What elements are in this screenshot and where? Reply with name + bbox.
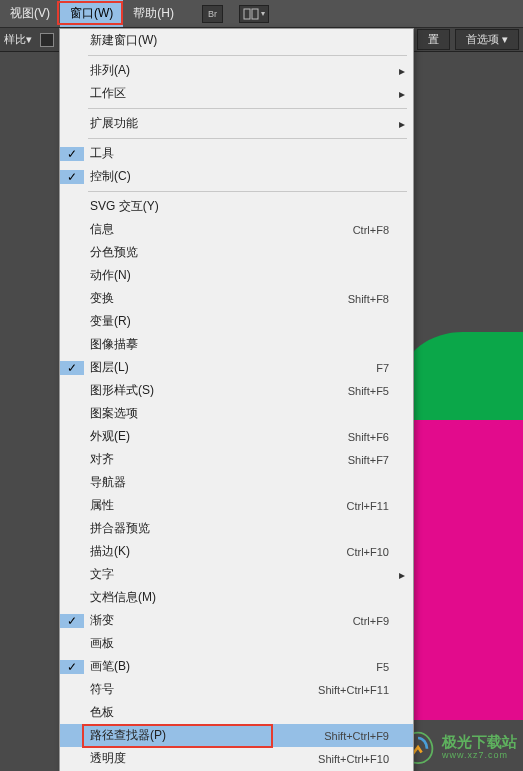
svg-rect-1 [252, 9, 258, 19]
menu-item-label: 渐变 [84, 612, 353, 629]
menu-item-label: 图形样式(S) [84, 382, 348, 399]
toolbar-btn-preferences[interactable]: 首选项 ▾ [455, 29, 519, 50]
menu-item[interactable]: 拼合器预览 [60, 517, 413, 540]
menu-item-shortcut: F5 [376, 661, 397, 673]
checkmark-icon: ✓ [60, 361, 84, 375]
menu-item-shortcut: Shift+Ctrl+F11 [318, 684, 397, 696]
menu-item[interactable]: 外观(E)Shift+F6 [60, 425, 413, 448]
svg-rect-0 [244, 9, 250, 19]
menu-item-label: 分色预览 [84, 244, 397, 261]
menu-item[interactable]: ✓画笔(B)F5 [60, 655, 413, 678]
menu-item[interactable]: 工作区▸ [60, 82, 413, 105]
menu-item-label: 工具 [84, 145, 397, 162]
menu-item[interactable]: 变换Shift+F8 [60, 287, 413, 310]
menu-item-label: 属性 [84, 497, 347, 514]
menu-item[interactable]: 变量(R) [60, 310, 413, 333]
checkmark-icon: ✓ [60, 170, 84, 184]
menu-item-label: 变换 [84, 290, 348, 307]
submenu-arrow-icon: ▸ [399, 87, 405, 101]
menu-item-label: 图案选项 [84, 405, 397, 422]
menu-item-label: 路径查找器(P) [84, 727, 324, 744]
menu-item-shortcut: Shift+Ctrl+F9 [324, 730, 397, 742]
watermark-title: 极光下载站 [442, 734, 517, 751]
menu-item[interactable]: 排列(A)▸ [60, 59, 413, 82]
menu-item-label: 控制(C) [84, 168, 397, 185]
toolbar-btn-1[interactable]: 置 [417, 29, 450, 50]
submenu-arrow-icon: ▸ [399, 64, 405, 78]
toolbar-left-label: 样比 ▾ [4, 32, 32, 47]
window-menu-dropdown: 新建窗口(W)排列(A)▸工作区▸扩展功能▸✓工具✓控制(C)SVG 交互(Y)… [59, 28, 414, 771]
menu-item-label: 扩展功能 [84, 115, 397, 132]
menu-item-shortcut: Ctrl+F9 [353, 615, 397, 627]
menu-item-shortcut: Shift+F6 [348, 431, 397, 443]
submenu-arrow-icon: ▸ [399, 568, 405, 582]
menu-item[interactable]: 文档信息(M) [60, 586, 413, 609]
menu-separator [88, 55, 407, 56]
menu-item[interactable]: 信息Ctrl+F8 [60, 218, 413, 241]
menu-item[interactable]: 图案选项 [60, 402, 413, 425]
menu-item[interactable]: ✓图层(L)F7 [60, 356, 413, 379]
menu-item-shortcut: Ctrl+F8 [353, 224, 397, 236]
menu-item-shortcut: F7 [376, 362, 397, 374]
menu-item[interactable]: 图像描摹 [60, 333, 413, 356]
menu-item-label: 描边(K) [84, 543, 347, 560]
menu-item[interactable]: 分色预览 [60, 241, 413, 264]
menu-separator [88, 108, 407, 109]
watermark-url: www.xz7.com [442, 750, 517, 760]
menu-item[interactable]: 色板 [60, 701, 413, 724]
menu-item[interactable]: SVG 交互(Y) [60, 195, 413, 218]
submenu-arrow-icon: ▸ [399, 117, 405, 131]
checkmark-icon: ✓ [60, 147, 84, 161]
menu-item-label: 符号 [84, 681, 318, 698]
menu-item-label: SVG 交互(Y) [84, 198, 397, 215]
menu-item[interactable]: 文字▸ [60, 563, 413, 586]
bridge-icon[interactable]: Br [202, 5, 223, 23]
menubar: 视图(V) 窗口(W) 帮助(H) Br ▾ [0, 0, 523, 28]
menu-item[interactable]: 对齐Shift+F7 [60, 448, 413, 471]
menu-item-shortcut: Shift+F7 [348, 454, 397, 466]
arrange-documents-icon[interactable]: ▾ [239, 5, 269, 23]
menu-item[interactable]: ✓工具 [60, 142, 413, 165]
menu-item-shortcut: Shift+F8 [348, 293, 397, 305]
menu-item-shortcut: Shift+Ctrl+F10 [318, 753, 397, 765]
menu-item[interactable]: 路径查找器(P)Shift+Ctrl+F9 [60, 724, 413, 747]
menu-item-label: 信息 [84, 221, 353, 238]
menu-item[interactable]: 动作(N) [60, 264, 413, 287]
menu-item[interactable]: 图形样式(S)Shift+F5 [60, 379, 413, 402]
menu-item-label: 新建窗口(W) [84, 32, 397, 49]
menu-item[interactable]: 描边(K)Ctrl+F10 [60, 540, 413, 563]
menu-item-label: 画板 [84, 635, 397, 652]
menu-item[interactable]: ✓渐变Ctrl+F9 [60, 609, 413, 632]
menubar-item-help[interactable]: 帮助(H) [123, 0, 184, 27]
menu-item[interactable]: ✓控制(C) [60, 165, 413, 188]
menu-item-label: 工作区 [84, 85, 397, 102]
menu-item[interactable]: 扩展功能▸ [60, 112, 413, 135]
menu-item-label: 透明度 [84, 750, 318, 767]
menu-item-label: 画笔(B) [84, 658, 376, 675]
menu-item-shortcut: Shift+F5 [348, 385, 397, 397]
green-shape [403, 332, 523, 422]
menu-item-shortcut: Ctrl+F10 [347, 546, 398, 558]
menu-item[interactable]: 属性Ctrl+F11 [60, 494, 413, 517]
menu-item[interactable]: 符号Shift+Ctrl+F11 [60, 678, 413, 701]
checkmark-icon: ✓ [60, 614, 84, 628]
menu-item[interactable]: 透明度Shift+Ctrl+F10 [60, 747, 413, 770]
menu-item[interactable]: 导航器 [60, 471, 413, 494]
menu-item[interactable]: 新建窗口(W) [60, 29, 413, 52]
toolbar-swatch[interactable] [40, 33, 54, 47]
magenta-shape [413, 420, 523, 720]
menu-item-label: 外观(E) [84, 428, 348, 445]
menubar-item-window[interactable]: 窗口(W) [60, 0, 123, 27]
checkmark-icon: ✓ [60, 660, 84, 674]
menu-item-label: 排列(A) [84, 62, 397, 79]
menu-item-label: 对齐 [84, 451, 348, 468]
menu-separator [88, 138, 407, 139]
menu-item[interactable]: 画板 [60, 632, 413, 655]
menu-item-label: 导航器 [84, 474, 397, 491]
menu-item-label: 文档信息(M) [84, 589, 397, 606]
menubar-item-view[interactable]: 视图(V) [0, 0, 60, 27]
menu-item-label: 变量(R) [84, 313, 397, 330]
menu-item-label: 色板 [84, 704, 397, 721]
menu-item-shortcut: Ctrl+F11 [347, 500, 398, 512]
watermark: 极光下载站 www.xz7.com [400, 729, 517, 765]
